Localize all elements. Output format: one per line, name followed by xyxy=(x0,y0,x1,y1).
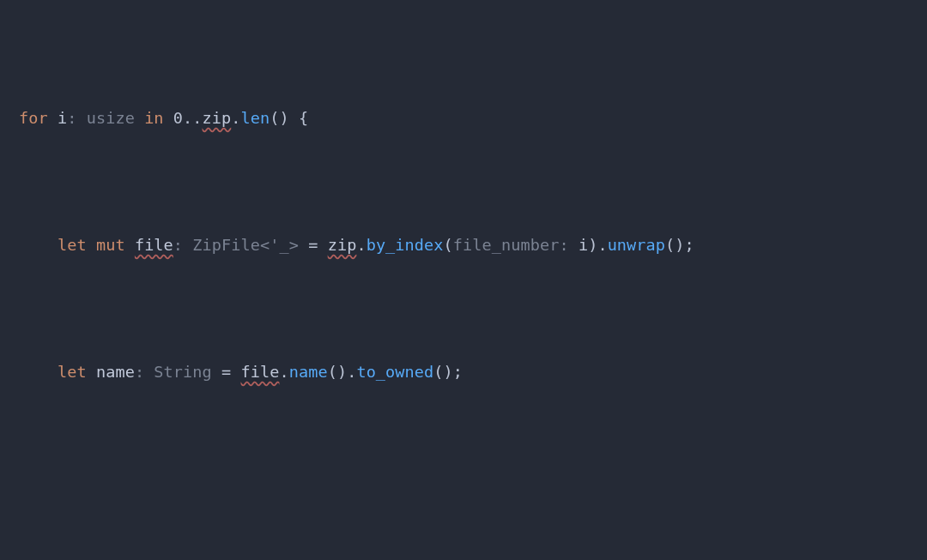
code-line: let mut file: ZipFile<'_> = zip.by_index… xyxy=(19,229,927,261)
inlay-type-hint: : ZipFile<'_> xyxy=(173,236,308,254)
blank-line xyxy=(19,483,927,515)
var-name: name xyxy=(96,363,135,381)
keyword-in: in xyxy=(144,109,163,127)
code-editor-viewport[interactable]: for i: usize in 0..zip.len() { let mut f… xyxy=(0,0,927,560)
inlay-type-hint: : usize xyxy=(67,109,144,127)
fn-by-index: by_index xyxy=(367,236,444,254)
var-file: file xyxy=(135,236,173,254)
code-line: let name: String = file.name().to_owned(… xyxy=(19,356,927,388)
var-zip: zip xyxy=(203,109,232,127)
fn-len: len xyxy=(241,109,270,127)
var-i: i xyxy=(58,109,67,127)
inlay-param-hint: file_number: xyxy=(453,236,579,254)
keyword-for: for xyxy=(19,109,48,127)
code-line: for i: usize in 0..zip.len() { xyxy=(19,102,927,134)
